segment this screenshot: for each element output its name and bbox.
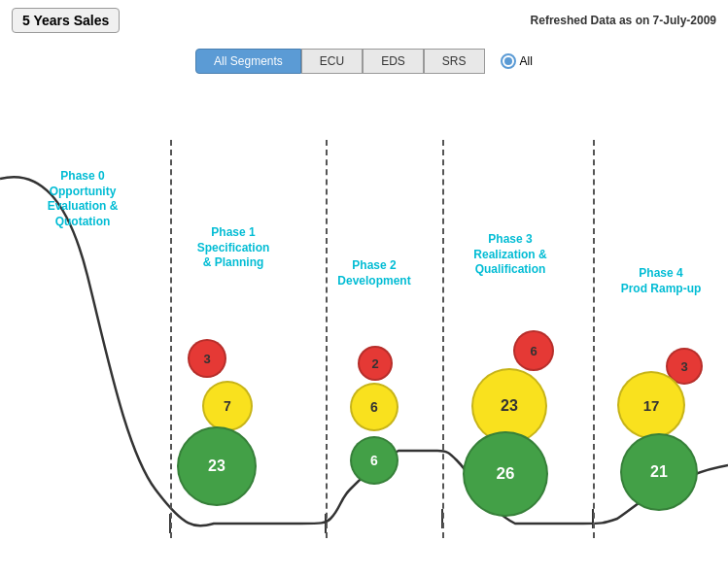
divider-3 [442,140,444,538]
chart-area: Phase 0OpportunityEvaluation &Quotation … [0,82,728,558]
segment-eds-btn[interactable]: EDS [363,49,424,74]
segment-srs-btn[interactable]: SRS [424,49,485,74]
phase2-label: Phase 2Development [316,258,433,288]
bubble-p1-yellow: 7 [202,381,253,431]
segment-bar: All Segments ECU EDS SRS All [195,49,533,74]
divider-1 [170,140,172,538]
radio-inner [504,57,512,65]
all-radio[interactable]: All [501,53,533,69]
bubble-p3-red: 6 [513,330,554,371]
title-box: 5 Years Sales [12,8,120,33]
bubble-p3-green: 26 [463,431,548,517]
refresh-text: Refreshed Data as on 7-July-2009 [531,14,716,27]
background-curve [0,82,728,558]
bubble-p2-yellow: 6 [350,383,399,431]
bubble-p4-yellow: 17 [617,371,685,439]
phase1-label: Phase 1Specification& Planning [170,225,296,271]
all-radio-label: All [520,54,533,68]
segment-ecu-btn[interactable]: ECU [301,49,363,74]
divider-4 [593,140,595,538]
divider-2 [326,140,328,538]
header: 5 Years Sales Refreshed Data as on 7-Jul… [0,0,728,41]
segment-all-btn[interactable]: All Segments [195,49,301,74]
bubble-p2-red: 2 [358,346,393,381]
bubble-p4-green: 21 [620,433,698,511]
bubble-p2-green: 6 [350,436,399,485]
radio-circle [501,53,516,69]
phase0-label: Phase 0OpportunityEvaluation &Quotation [19,169,146,229]
bubble-p1-green: 23 [177,426,257,506]
phase3-label: Phase 3Realization &Qualification [442,232,578,278]
phase4-label: Phase 4Prod Ramp-up [598,266,724,296]
bubble-p1-red: 3 [188,339,226,378]
page-title: 5 Years Sales [22,13,109,28]
